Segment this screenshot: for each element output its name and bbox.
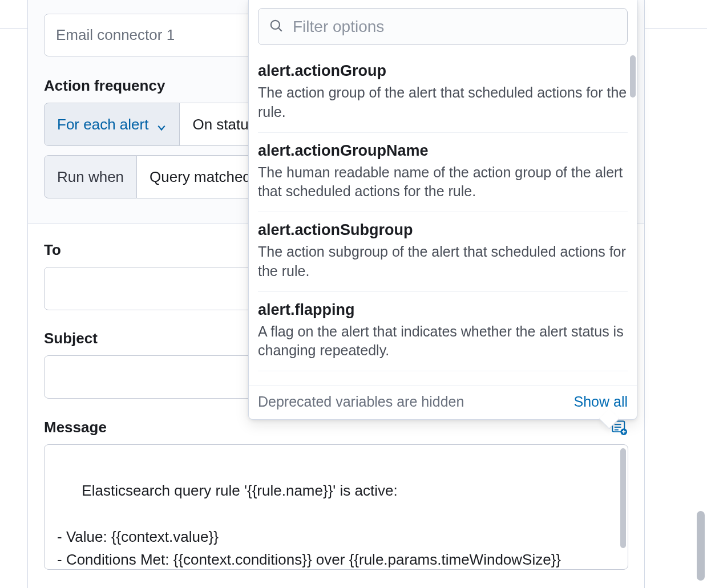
variable-option-name: alert.actionSubgroup	[258, 221, 628, 239]
variable-popover-footer: Deprecated variables are hidden Show all	[249, 385, 637, 419]
message-header-row: Message	[44, 418, 628, 436]
message-scrollbar[interactable]	[620, 448, 626, 548]
variable-option[interactable]: alert.flapping A flag on the alert that …	[258, 292, 628, 372]
message-label: Message	[44, 419, 107, 436]
svg-line-8	[278, 28, 281, 31]
run-when-label-text: Run when	[57, 168, 124, 186]
message-content: Elasticsearch query rule '{{rule.name}}'…	[57, 482, 561, 568]
message-textarea[interactable]: Elasticsearch query rule '{{rule.name}}'…	[44, 444, 628, 570]
search-icon	[269, 18, 284, 35]
variable-option-name: alert.actionGroup	[258, 62, 628, 80]
svg-point-7	[271, 20, 280, 29]
run-when-label: Run when	[44, 155, 137, 198]
variable-option-name: alert.actionGroupName	[258, 142, 628, 160]
variable-option-name: alert.flapping	[258, 301, 628, 319]
page-scrollbar[interactable]	[697, 511, 705, 581]
variable-filter-input[interactable]: Filter options	[258, 8, 628, 45]
show-all-link[interactable]: Show all	[574, 394, 628, 410]
variable-list-scrollbar[interactable]	[630, 55, 636, 98]
variable-option-desc: The human readable name of the action gr…	[258, 163, 628, 202]
frequency-mode-select[interactable]: For each alert	[44, 103, 180, 146]
variable-filter-wrap: Filter options	[249, 0, 637, 53]
connector-select-value: Email connector 1	[56, 26, 175, 44]
variable-option[interactable]: alert.actionGroupName The human readable…	[258, 133, 628, 213]
chevron-down-icon	[156, 119, 167, 129]
variable-filter-placeholder: Filter options	[293, 18, 384, 36]
frequency-mode-value: For each alert	[57, 116, 148, 133]
variable-popover: Filter options alert.actionGroup The act…	[248, 0, 637, 420]
deprecated-note: Deprecated variables are hidden	[258, 394, 464, 410]
variable-option[interactable]: alert.actionSubgroup The action subgroup…	[258, 212, 628, 292]
variable-option[interactable]: alert.actionGroup The action group of th…	[258, 53, 628, 133]
variable-option-desc: A flag on the alert that indicates wheth…	[258, 322, 628, 361]
variable-option-list[interactable]: alert.actionGroup The action group of th…	[249, 53, 637, 385]
run-when-value: Query matched	[150, 168, 251, 186]
variable-option-desc: The action subgroup of the alert that sc…	[258, 242, 628, 281]
variable-option-desc: The action group of the alert that sched…	[258, 83, 628, 122]
